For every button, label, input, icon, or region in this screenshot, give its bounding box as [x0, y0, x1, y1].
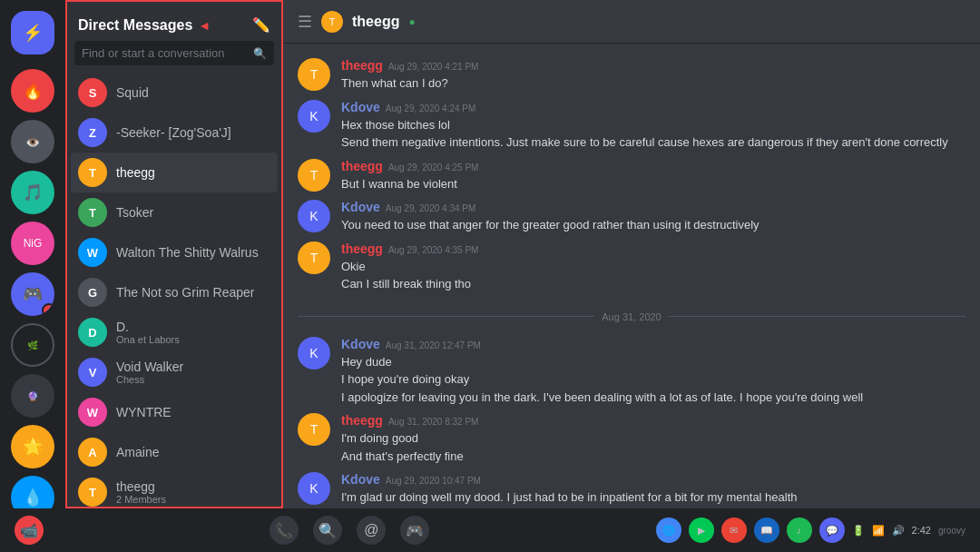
dm-name-wyntre: WYNTRE: [116, 405, 270, 419]
server-8-icon: 🌟: [23, 437, 43, 457]
message-timestamp: Aug 29, 2020 4:25 PM: [388, 163, 479, 172]
message-text: I'm doing good: [341, 429, 965, 448]
message-text: Hex those bitches lol: [341, 116, 965, 134]
discord-icon[interactable]: 💬: [819, 518, 845, 543]
server-5-badge: 4: [42, 303, 54, 316]
server-3-icon: 🎵: [23, 182, 43, 202]
message-avatar: T: [298, 242, 330, 274]
dm-item-theegg[interactable]: Ttheegg: [71, 153, 278, 192]
dm-avatar-theegg: T: [78, 158, 107, 187]
new-dm-button[interactable]: ✏️: [252, 16, 270, 34]
dm-info-amaine: Amaine: [116, 445, 270, 459]
server-icon-3[interactable]: 🎵: [11, 171, 54, 214]
taskbar-phone-icon[interactable]: 📞: [270, 516, 299, 545]
server-4-icon: NiG: [24, 237, 43, 250]
message-avatar: K: [298, 472, 330, 505]
message-group: TtheeggAug 29, 2020 4:21 PMThen what can…: [298, 58, 965, 93]
online-indicator: ●: [408, 15, 415, 28]
message-content: KdoveAug 31, 2020 12:47 PMHey dudeI hope…: [341, 337, 965, 407]
taskbar-at-icon[interactable]: @: [357, 516, 386, 545]
dm-sidebar: Direct Messages ◄ ✏️ 🔍 SSquidZ-Seeker- […: [65, 0, 283, 508]
message-timestamp: Aug 29, 2020 4:24 PM: [386, 104, 476, 113]
dm-item-notgrim[interactable]: GThe Not so Grim Reaper: [71, 272, 278, 312]
dm-avatar-theegg2: T: [78, 478, 107, 507]
dm-item-d[interactable]: DD.Ona et Labors: [71, 312, 278, 352]
dm-item-squid[interactable]: SSquid: [71, 73, 278, 113]
message-author: theegg: [341, 159, 383, 173]
dm-info-wyntre: WYNTRE: [116, 405, 270, 419]
chat-area: ☰ T theegg ● TtheeggAug 29, 2020 4:21 PM…: [283, 0, 980, 508]
message-header: KdoveAug 29, 2020 10:47 PM: [341, 472, 965, 487]
message-avatar: T: [298, 413, 330, 446]
message-avatar: K: [298, 200, 330, 232]
server-7-icon: 🔮: [27, 391, 38, 401]
dm-avatar-void: V: [78, 358, 107, 387]
dm-item-wyntre[interactable]: WWYNTRE: [71, 392, 278, 432]
dm-info-walton: Walton The Shitty Walrus: [116, 245, 270, 260]
message-text: I'm glad ur doing well my dood. I just h…: [341, 488, 965, 507]
message-content: KdoveAug 29, 2020 10:47 PMI'm glad ur do…: [341, 472, 965, 508]
message-author: theegg: [341, 413, 383, 428]
dm-item-tsoker[interactable]: TTsoker: [71, 192, 278, 232]
dm-avatar-wyntre: W: [78, 398, 107, 427]
taskbar-center: 📞 🔍 @ 🎮: [270, 516, 429, 545]
taskbar-game-icon[interactable]: 🎮: [400, 516, 429, 545]
dm-list: SSquidZ-Seeker- [Zog'Soa'J]TtheeggTTsoke…: [67, 73, 281, 507]
dm-header: Direct Messages ◄ ✏️: [67, 2, 281, 41]
hamburger-icon[interactable]: ☰: [298, 12, 312, 32]
message-text: Then what can I do?: [341, 74, 965, 93]
mail-icon[interactable]: ✉: [721, 518, 747, 543]
search-input[interactable]: [82, 46, 248, 60]
server-icon-6[interactable]: 🌿: [11, 323, 54, 367]
battery-icon: 🔋: [852, 525, 865, 537]
server-icon-4[interactable]: NiG: [11, 222, 54, 265]
server-icon-2[interactable]: 👁️: [11, 120, 54, 163]
taskbar-search-icon[interactable]: 🔍: [313, 516, 342, 545]
server-icon-1[interactable]: 🔥: [11, 69, 54, 113]
message-header: theeggAug 29, 2020 4:25 PM: [341, 159, 965, 173]
chat-header-name: theegg: [352, 14, 399, 30]
server-icon-9[interactable]: 💧: [11, 476, 54, 508]
book-icon[interactable]: 📖: [754, 518, 779, 543]
dm-item-walton[interactable]: WWalton The Shitty Walrus: [71, 232, 278, 272]
server-icon-5[interactable]: 🎮 4: [11, 272, 54, 316]
message-avatar: K: [298, 337, 330, 370]
message-timestamp: Aug 29, 2020 10:47 PM: [386, 476, 481, 486]
dm-sub-theegg2: 2 Members: [116, 494, 270, 505]
dm-avatar-walton: W: [78, 238, 107, 267]
wifi-icon: 📶: [872, 525, 885, 537]
dm-header-arrow: ◄: [198, 18, 211, 33]
message-group: KKdoveAug 29, 2020 4:24 PMHex those bitc…: [298, 100, 965, 152]
server-9-icon: 💧: [23, 488, 43, 508]
search-bar[interactable]: 🔍: [74, 41, 274, 65]
message-group: KKdoveAug 31, 2020 12:47 PMHey dudeI hop…: [298, 337, 965, 407]
server-1-icon: 🔥: [23, 81, 43, 101]
server-icon-7[interactable]: 🔮: [11, 374, 54, 418]
date-divider-text: Aug 31, 2020: [602, 311, 661, 322]
taskbar-record-button[interactable]: 📹: [15, 516, 44, 545]
dm-item-amaine[interactable]: AAmaine: [71, 432, 278, 472]
dm-name-theegg2: theegg: [116, 479, 270, 494]
dm-avatar-amaine: A: [78, 438, 107, 467]
dm-name-d: D.: [116, 320, 270, 334]
dm-info-tsoker: Tsoker: [116, 205, 270, 220]
message-text: Okie: [341, 258, 965, 276]
message-text: And that's perfectly fine: [341, 448, 965, 466]
dm-item-theegg2[interactable]: Ttheegg2 Members: [71, 472, 278, 507]
dm-name-tsoker: Tsoker: [116, 205, 270, 220]
server-icon-8[interactable]: 🌟: [11, 425, 54, 468]
message-group: KKdoveAug 29, 2020 4:34 PMYou need to us…: [298, 200, 965, 234]
server-icon-home[interactable]: ⚡: [11, 11, 54, 54]
message-content: theeggAug 29, 2020 4:25 PMBut I wanna be…: [341, 159, 965, 193]
date-divider: Aug 31, 2020: [298, 311, 965, 322]
server-2-icon: 👁️: [25, 135, 40, 149]
chrome-icon[interactable]: 🌐: [656, 518, 681, 543]
play-icon[interactable]: ▶: [689, 518, 714, 543]
message-header: theeggAug 29, 2020 4:35 PM: [341, 242, 965, 256]
message-group: TtheeggAug 29, 2020 4:35 PMOkieCan I sti…: [298, 242, 965, 293]
dm-item-seeker[interactable]: Z-Seeker- [Zog'Soa'J]: [71, 113, 278, 153]
message-avatar: T: [298, 159, 330, 192]
dm-item-void[interactable]: VVoid WalkerChess: [71, 352, 278, 392]
dm-avatar-d: D: [78, 318, 107, 347]
spotify-icon[interactable]: ♪: [787, 518, 812, 543]
